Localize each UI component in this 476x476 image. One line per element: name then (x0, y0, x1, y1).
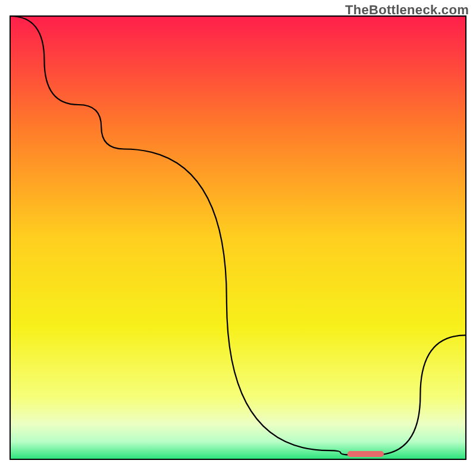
optimal-marker (347, 451, 384, 457)
bottleneck-chart (0, 0, 476, 476)
chart-container: TheBottleneck.com (0, 0, 476, 476)
plot-background (10, 16, 466, 459)
